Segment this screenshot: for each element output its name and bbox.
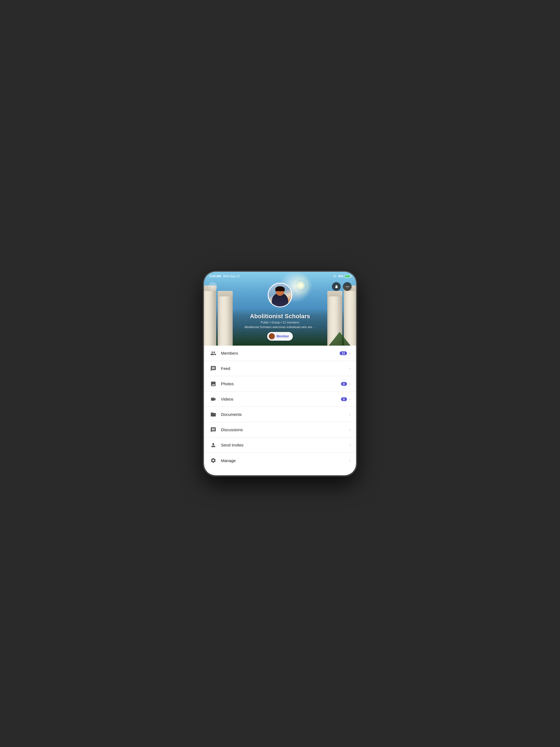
documents-label: Documents xyxy=(221,412,349,417)
discussions-label: Discussions xyxy=(221,428,349,432)
discussions-chevron: › xyxy=(349,428,351,432)
battery-container: 95% xyxy=(338,275,351,278)
members-chevron: › xyxy=(349,351,351,356)
feed-icon xyxy=(209,365,217,372)
members-label: Members xyxy=(221,351,339,356)
photos-chevron: › xyxy=(349,381,351,386)
battery-icon xyxy=(345,275,351,278)
videos-item[interactable]: Videos 0 › xyxy=(204,391,356,407)
manage-item[interactable]: Manage › xyxy=(204,453,356,468)
discussions-icon xyxy=(209,426,217,434)
content-list: Members 11 › Feed › Photos 0 › xyxy=(204,345,356,475)
status-bar: 5:34 AM Wed Sep 13 95% xyxy=(204,272,356,279)
device-frame: 5:34 AM Wed Sep 13 95% xyxy=(203,271,357,476)
photos-label: Photos xyxy=(221,381,341,386)
group-description: Abolitionist Scholars welcomes individua… xyxy=(204,325,356,329)
back-button[interactable] xyxy=(208,282,217,291)
members-item[interactable]: Members 11 › xyxy=(204,345,356,361)
feed-item[interactable]: Feed › xyxy=(204,361,356,376)
videos-badge: 0 xyxy=(341,397,347,401)
photos-item[interactable]: Photos 0 › xyxy=(204,376,356,391)
member-avatar xyxy=(269,333,275,339)
documents-icon xyxy=(209,411,217,418)
status-right: 95% xyxy=(333,275,351,278)
documents-item[interactable]: Documents › xyxy=(204,407,356,422)
more-options-button[interactable] xyxy=(343,282,352,291)
members-badge: 11 xyxy=(339,351,347,355)
group-meta: Public / Group • 11 members xyxy=(204,321,356,324)
videos-icon xyxy=(209,395,217,403)
group-avatar xyxy=(268,283,292,307)
manage-icon xyxy=(209,457,217,464)
hero-section: Abolitionist Scholars Public / Group • 1… xyxy=(204,272,356,345)
battery-fill xyxy=(345,275,350,277)
group-info: Abolitionist Scholars Public / Group • 1… xyxy=(204,313,356,329)
manage-label: Manage xyxy=(221,458,349,463)
documents-chevron: › xyxy=(349,412,351,417)
photos-badge: 0 xyxy=(341,382,347,386)
send-invites-item[interactable]: Send Invites › xyxy=(204,437,356,453)
send-invites-label: Send Invites xyxy=(221,443,349,447)
group-name: Abolitionist Scholars xyxy=(204,313,356,320)
send-invites-chevron: › xyxy=(349,443,351,447)
sun-decoration xyxy=(295,280,306,291)
status-date: Wed Sep 13 xyxy=(223,275,239,278)
videos-label: Videos xyxy=(221,397,341,402)
videos-chevron: › xyxy=(349,397,351,402)
wifi-icon xyxy=(333,275,337,278)
discussions-item[interactable]: Discussions › xyxy=(204,422,356,437)
battery-percent: 95% xyxy=(338,275,344,278)
photos-icon xyxy=(209,380,217,388)
status-time: 5:34 AM xyxy=(209,275,221,278)
member-label: Member xyxy=(276,334,289,338)
send-invites-icon xyxy=(209,441,217,449)
feed-label: Feed xyxy=(221,366,349,371)
manage-chevron: › xyxy=(349,458,351,463)
trees-decoration xyxy=(329,332,351,345)
member-badge-button[interactable]: Member xyxy=(267,332,293,341)
members-icon xyxy=(209,350,217,357)
action-buttons xyxy=(332,282,352,291)
notifications-button[interactable] xyxy=(332,282,341,291)
feed-chevron: › xyxy=(349,366,351,371)
